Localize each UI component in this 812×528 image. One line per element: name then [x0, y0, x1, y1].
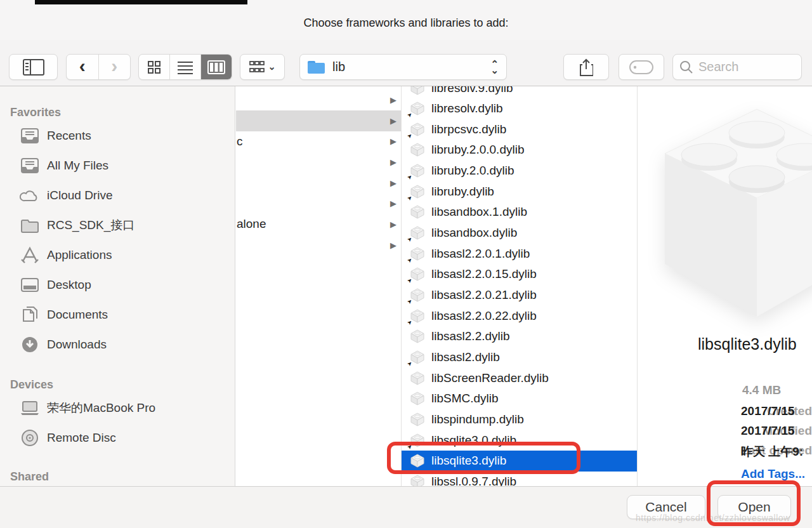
forward-button[interactable]: ›: [99, 55, 131, 79]
file-row[interactable]: libsandbox.1.dylib: [402, 202, 637, 223]
file-name: libsasl2.2.0.1.dylib: [431, 247, 530, 261]
browser-parent-row[interactable]: c▶: [236, 131, 401, 152]
share-icon: [579, 58, 593, 76]
sidebar-item-label: Downloads: [47, 338, 107, 352]
browser-parent-row[interactable]: ▶: [236, 173, 401, 194]
preview-pane: libsqlite3.dylib 4.4 MB Add Tags... Crea…: [638, 86, 812, 486]
arrange-button[interactable]: ⌄: [240, 54, 285, 80]
file-row[interactable]: libruby.2.0.0.dylib: [402, 140, 637, 161]
file-row[interactable]: ➤libsasl2.dylib: [402, 346, 637, 367]
column-view-button[interactable]: [201, 55, 232, 79]
arrange-icon: [249, 61, 265, 74]
file-row[interactable]: ➤libsandbox.dylib: [402, 223, 637, 244]
folder-icon: [19, 216, 41, 235]
dylib-icon: [410, 204, 425, 220]
file-row[interactable]: ➤librpcsvc.dylib: [402, 119, 637, 140]
sidebar-item-rcs-sdk-[interactable]: RCS_SDK_接口: [19, 213, 228, 238]
disclosure-triangle-icon: ▶: [390, 136, 396, 146]
list-view-button[interactable]: [170, 55, 201, 79]
sidebar-toggle-button[interactable]: [9, 54, 58, 80]
add-tags-link[interactable]: Add Tags...: [741, 467, 805, 481]
search-input[interactable]: [698, 60, 794, 74]
file-name: libruby.2.0.dylib: [431, 164, 514, 178]
preview-detail-row: Last opened昨天 上午9:: [638, 444, 812, 459]
browser-parent-row[interactable]: ▶: [236, 110, 401, 131]
sidebar-item-label: 荣华的MacBook Pro: [47, 400, 155, 416]
file-row[interactable]: ➤libsasl2.2.0.22.dylib: [402, 305, 637, 326]
file-row[interactable]: ➤libruby.2.0.dylib: [402, 161, 637, 182]
sidebar-item-remote-disc[interactable]: Remote Disc: [19, 425, 228, 451]
dylib-icon: [410, 329, 425, 344]
column-view-icon: [207, 60, 225, 74]
sidebar-section-header: Devices: [10, 378, 53, 392]
file-name: libsasl2.2.0.21.dylib: [431, 288, 537, 302]
browser-parent-row[interactable]: alone▶: [236, 214, 401, 235]
desktop-icon: [19, 275, 41, 294]
browser-parent-row[interactable]: ▶: [236, 152, 401, 173]
tag-icon: [629, 60, 653, 74]
browser-parent-row[interactable]: ▶: [236, 89, 401, 110]
file-row[interactable]: ➤libruby.dylib: [402, 181, 637, 202]
file-row[interactable]: ➤libresolv.dylib: [402, 98, 637, 119]
search-box[interactable]: [672, 54, 802, 80]
file-row[interactable]: libSMC.dylib: [402, 388, 637, 409]
sidebar-item-applications[interactable]: Applications: [19, 242, 228, 268]
file-name: libsasl2.2.0.15.dylib: [431, 267, 537, 281]
sidebar-section-header: Favorites: [10, 106, 61, 119]
dylib-icon: [410, 453, 425, 468]
screenshot-top-artifact: [35, 0, 247, 4]
file-name: libsasl2.dylib: [431, 350, 500, 364]
file-row[interactable]: libScreenReader.dylib: [402, 367, 637, 388]
file-row[interactable]: libssl.0.9.7.dylib: [402, 471, 637, 486]
sidebar-toggle-icon: [23, 59, 44, 76]
tray-icon: [19, 126, 41, 145]
disclosure-triangle-icon: ▶: [390, 241, 396, 250]
file-row[interactable]: libsasl2.2.dylib: [402, 326, 637, 347]
sidebar-item-label: Applications: [47, 248, 112, 262]
dylib-icon: [410, 391, 425, 406]
file-name: libsqlite3.dylib: [431, 454, 506, 468]
sidebar: FavoritesRecentsAll My FilesiCloud Drive…: [0, 86, 235, 486]
file-name: libresolv.dylib: [431, 102, 503, 116]
file-row[interactable]: libresolv.9.dylib: [402, 86, 637, 98]
file-row[interactable]: ➤libsasl2.2.0.21.dylib: [402, 285, 637, 306]
file-name: libsandbox.dylib: [431, 226, 517, 240]
disc-icon: [19, 428, 41, 447]
tags-button[interactable]: [619, 54, 664, 80]
view-switcher: [138, 54, 232, 80]
file-row[interactable]: ➤libsasl2.2.0.15.dylib: [402, 264, 637, 285]
icon-view-button[interactable]: [139, 55, 170, 79]
disclosure-triangle-icon: ▶: [390, 178, 396, 188]
sidebar-item-downloads[interactable]: Downloads: [19, 332, 228, 357]
appstore-icon: [19, 246, 41, 265]
dylib-icon: ➤: [410, 184, 425, 199]
file-row[interactable]: libspindump.dylib: [402, 409, 637, 430]
sidebar-item-documents[interactable]: Documents: [19, 302, 228, 327]
browser-parent-row[interactable]: ▶: [236, 235, 401, 256]
file-row[interactable]: ➤libsqlite3.0.dylib: [402, 430, 637, 451]
disclosure-triangle-icon: ▶: [390, 199, 396, 208]
file-name: libsandbox.1.dylib: [431, 205, 527, 219]
file-row[interactable]: libsqlite3.dylib: [402, 451, 637, 472]
preview-file-size: 4.4 MB: [742, 383, 781, 397]
sidebar-item-label: Desktop: [47, 278, 91, 292]
share-button[interactable]: [563, 54, 609, 80]
sidebar-item--macbook-pro[interactable]: 荣华的MacBook Pro: [19, 395, 228, 421]
toolbar: ‹ › ⌄ lib ⌃⌄: [0, 40, 812, 86]
sidebar-item-desktop[interactable]: Desktop: [19, 272, 228, 298]
sidebar-item-icloud-drive[interactable]: iCloud Drive: [19, 183, 228, 208]
sidebar-item-label: RCS_SDK_接口: [47, 217, 134, 234]
dylib-icon: ➤: [410, 225, 425, 241]
file-row[interactable]: ➤libsasl2.2.0.1.dylib: [402, 243, 637, 264]
back-button[interactable]: ‹: [67, 55, 99, 79]
browser-parent-row[interactable]: ▶: [236, 193, 401, 214]
current-folder-label: lib: [332, 60, 345, 74]
sidebar-item-all-my-files[interactable]: All My Files: [19, 153, 228, 178]
preview-detail-row: Modified2017/7/15: [638, 424, 812, 439]
sidebar-item-recents[interactable]: Recents: [19, 123, 228, 148]
folder-icon: [308, 61, 325, 74]
sidebar-item-label: Recents: [47, 129, 91, 143]
sidebar-section-header: Shared: [10, 470, 49, 484]
current-folder-popup[interactable]: lib ⌃⌄: [299, 54, 507, 80]
document-icon: [19, 305, 41, 324]
